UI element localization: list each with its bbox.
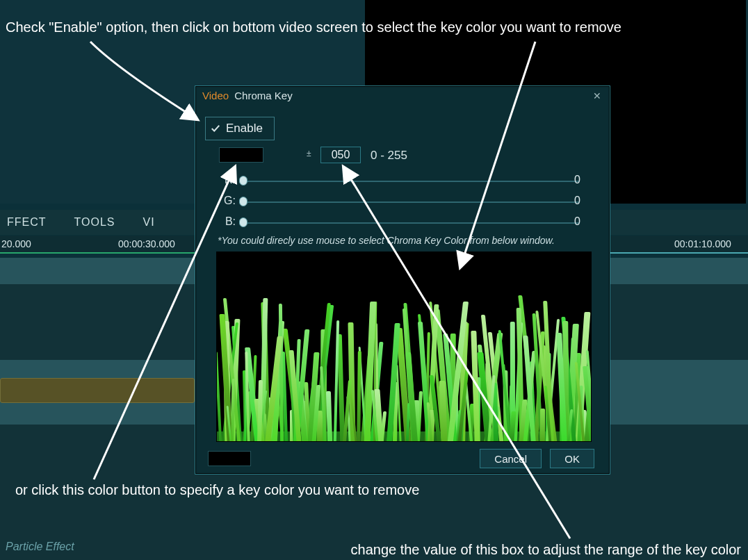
picked-color-swatch — [208, 451, 251, 466]
slider-green-label: G: — [220, 195, 236, 207]
checkmark-icon[interactable] — [210, 124, 220, 133]
dialog-title-chroma: Chroma Key — [234, 90, 292, 101]
tolerance-input[interactable] — [320, 147, 361, 163]
enable-checkbox-group[interactable]: Enable — [205, 117, 275, 140]
ruler-time-0: 20.000 — [1, 238, 31, 249]
slider-red-value: 0 — [557, 174, 580, 186]
chroma-key-dialog: Video Chroma Key ✕ Enable ± 0 - 255 R: 0… — [195, 85, 610, 475]
slider-red-label: R: — [220, 174, 236, 186]
dialog-titlebar[interactable]: Video Chroma Key ✕ — [195, 86, 610, 106]
slider-green[interactable]: G: 0 — [220, 195, 582, 208]
key-color-swatch[interactable] — [219, 147, 263, 163]
slider-blue-track[interactable] — [243, 222, 579, 224]
preview-hint: *You could direcly use mouse to select C… — [218, 235, 555, 246]
annotation-middle: or click this color button to specify a … — [15, 482, 502, 498]
menu-view-partial[interactable]: VI — [143, 216, 155, 229]
enable-label: Enable — [226, 122, 263, 135]
slider-blue-thumb[interactable] — [239, 217, 247, 227]
menu-tools[interactable]: TOOLS — [74, 216, 115, 229]
slider-blue-value: 0 — [557, 215, 580, 228]
annotation-bottom: change the value of this box to adjust t… — [351, 542, 741, 558]
plus-minus-icon: ± — [307, 149, 311, 158]
slider-red-thumb[interactable] — [239, 176, 247, 186]
color-picker-preview[interactable]: // blades generated into preview; placed… — [216, 252, 592, 442]
ruler-time-2: 00:01:10.000 — [674, 238, 731, 249]
slider-red[interactable]: R: 0 — [220, 174, 582, 188]
slider-blue[interactable]: B: 0 — [220, 215, 582, 229]
timeline-clip[interactable] — [0, 378, 195, 403]
grass-blade — [540, 409, 545, 441]
ok-button[interactable]: OK — [550, 449, 594, 468]
menu-effect[interactable]: FFECT — [7, 216, 47, 229]
ruler-time-1: 00:00:30.000 — [118, 238, 175, 249]
slider-green-value: 0 — [557, 195, 580, 207]
slider-green-thumb[interactable] — [239, 197, 247, 206]
dialog-title-video: Video — [202, 90, 229, 101]
slider-red-track[interactable] — [243, 181, 579, 182]
grass-blade — [326, 391, 332, 441]
cancel-button[interactable]: Cancel — [480, 449, 542, 468]
tolerance-range-label: 0 - 255 — [371, 149, 407, 163]
slider-blue-label: B: — [220, 215, 236, 228]
close-icon[interactable]: ✕ — [592, 90, 603, 101]
grass-blade — [216, 352, 222, 441]
annotation-top: Check "Enable" option, then click on bot… — [6, 19, 742, 35]
footer-clip-label: Particle Effect — [6, 541, 74, 553]
slider-green-track[interactable] — [243, 201, 579, 203]
